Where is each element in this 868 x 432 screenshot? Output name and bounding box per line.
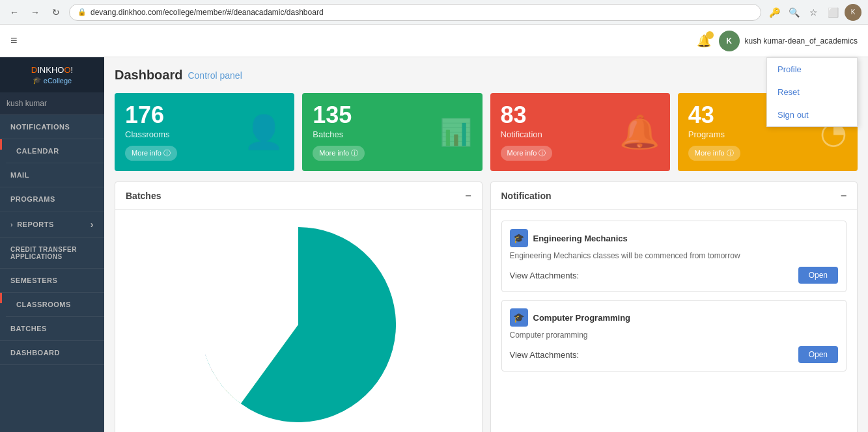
notif-body-1: Engineering Mechanics classes will be co… (510, 251, 839, 260)
notification-panel: Notification − 🎓 Engineering Mechanics (490, 182, 858, 432)
arrow-icon: › (10, 221, 13, 228)
sidebar-item-notifications[interactable]: NOTIFICATIONS (0, 115, 104, 139)
window-icon[interactable]: ⬜ (825, 5, 841, 20)
pie-chart-container (126, 221, 471, 429)
key-icon[interactable]: 🔑 (766, 5, 782, 20)
sidebar-item-credit-transfer[interactable]: CREDIT TRANSFER APPLICATIONS (0, 238, 104, 269)
notification-panel-header: Notification − (491, 182, 858, 210)
notif-title-2: Computer Programming (533, 313, 631, 323)
main-content: DINKHOO! 🎓 eCollege kush kumar NOTIFICAT… (0, 57, 868, 432)
sidebar: DINKHOO! 🎓 eCollege kush kumar NOTIFICAT… (0, 57, 104, 432)
batches-panel-header: Batches − (115, 182, 482, 210)
reset-menu-item[interactable]: Reset (767, 81, 857, 103)
zoom-icon[interactable]: 🔍 (786, 5, 802, 20)
classrooms-icon: 👤 (244, 113, 284, 151)
batches-icon: 📊 (440, 117, 472, 148)
sidebar-user: kush kumar (0, 92, 104, 115)
stat-card-batches: 135 Batches More info ⓘ 📊 (302, 93, 482, 171)
notif-open-btn-2[interactable]: Open (798, 346, 838, 363)
batches-minimize-button[interactable]: − (465, 190, 471, 202)
notification-panel-title: Notification (501, 191, 552, 201)
sidebar-accent-calendar (0, 139, 2, 150)
top-bar-right: 🔔 K kush kumar-dean_of_academics (697, 31, 858, 51)
browser-actions: 🔑 🔍 ☆ ⬜ K (766, 4, 861, 21)
notif-title-1: Engineering Mechanics (533, 234, 628, 243)
sidebar-logo: DINKHOO! 🎓 eCollege (0, 57, 104, 92)
more-info-notifications[interactable]: More info ⓘ (501, 146, 553, 161)
page-title: Dashboard (115, 68, 182, 83)
sidebar-item-classrooms[interactable]: CLASSROOMS (6, 293, 104, 317)
notif-icon-1: 🎓 (510, 229, 528, 247)
user-name-top: kush kumar-dean_of_academics (745, 36, 858, 46)
forward-button[interactable]: → (27, 5, 43, 20)
sidebar-username: kush kumar (7, 99, 47, 108)
pie-chart-svg (201, 227, 396, 422)
notification-item-1: 🎓 Engineering Mechanics Engineering Mech… (501, 221, 847, 292)
sidebar-item-batches[interactable]: BATCHES (0, 317, 104, 341)
notif-open-btn-1[interactable]: Open (798, 267, 838, 284)
notif-top-1: 🎓 Engineering Mechanics (510, 229, 839, 247)
page-header: Dashboard Control panel (115, 68, 858, 83)
back-button[interactable]: ← (7, 5, 22, 20)
profile-menu-item[interactable]: Profile (767, 58, 857, 81)
notification-panel-body: 🎓 Engineering Mechanics Engineering Mech… (491, 210, 858, 431)
signout-menu-item[interactable]: Sign out (767, 103, 857, 126)
refresh-button[interactable]: ↻ (48, 5, 64, 20)
sidebar-accent-classrooms (0, 293, 2, 303)
sidebar-item-programs[interactable]: PROGRAMS (0, 187, 104, 211)
notif-body-2: Computer proramming (510, 331, 839, 340)
more-info-classrooms[interactable]: More info ⓘ (125, 146, 177, 161)
star-icon[interactable]: ☆ (805, 5, 821, 20)
panels-row: Batches − (115, 182, 858, 432)
stat-card-notifications: 83 Notification More info ⓘ 🔔 (490, 93, 670, 171)
sidebar-item-reports[interactable]: › REPORTS (0, 211, 104, 238)
notification-item-2: 🎓 Computer Programming Computer prorammi… (501, 300, 847, 371)
sidebar-item-dashboard[interactable]: Dashboard (0, 341, 104, 365)
bell-badge (706, 31, 714, 39)
url-text: devang.dinkhoo.com/ecollege/member/#/dea… (91, 8, 324, 17)
notification-icon: 🔔 (619, 113, 660, 151)
batches-panel-body (115, 210, 482, 432)
user-menu-trigger[interactable]: K kush kumar-dean_of_academics (719, 31, 858, 51)
notif-icon-2: 🎓 (510, 308, 528, 327)
address-bar[interactable]: 🔒 devang.dinkhoo.com/ecollege/member/#/d… (69, 4, 761, 21)
sidebar-item-mail[interactable]: MAIL (0, 163, 104, 187)
page-area: Dashboard Control panel 176 Classrooms M… (104, 57, 868, 432)
profile-avatar[interactable]: K (845, 4, 861, 21)
bell-wrapper: 🔔 (697, 34, 711, 48)
app-wrapper: ≡ 🔔 K kush kumar-dean_of_academics Profi… (0, 25, 868, 432)
page-subtitle: Control panel (188, 70, 242, 81)
top-bar: ≡ 🔔 K kush kumar-dean_of_academics Profi… (0, 25, 868, 57)
security-icon: 🔒 (77, 8, 87, 16)
notif-attach-label-2: View Attachments: (510, 350, 580, 360)
more-info-programs[interactable]: More info ⓘ (688, 146, 740, 161)
notification-minimize-button[interactable]: − (841, 190, 847, 202)
user-avatar: K (719, 31, 740, 51)
notif-top-2: 🎓 Computer Programming (510, 308, 839, 327)
hamburger-button[interactable]: ≡ (10, 34, 18, 47)
logo-sub: 🎓 eCollege (33, 76, 72, 85)
stat-card-classrooms: 176 Classrooms More info ⓘ 👤 (115, 93, 294, 171)
more-info-batches[interactable]: More info ⓘ (313, 146, 365, 161)
sidebar-item-semesters[interactable]: SEMESTERS (0, 269, 104, 293)
logo-brand: DINKHOO! (31, 65, 73, 75)
notif-attach-label-1: View Attachments: (510, 271, 580, 280)
notif-footer-2: View Attachments: Open (510, 346, 839, 363)
notif-footer-1: View Attachments: Open (510, 267, 839, 284)
stats-row: 176 Classrooms More info ⓘ 👤 135 Batches… (115, 93, 858, 171)
dropdown-menu: Profile Reset Sign out (766, 57, 858, 127)
batches-panel: Batches − (115, 182, 483, 432)
notification-list: 🎓 Engineering Mechanics Engineering Mech… (501, 221, 847, 379)
batches-panel-title: Batches (126, 191, 161, 201)
sidebar-item-calendar[interactable]: CALENDAR (6, 139, 104, 163)
browser-chrome: ← → ↻ 🔒 devang.dinkhoo.com/ecollege/memb… (0, 0, 868, 25)
